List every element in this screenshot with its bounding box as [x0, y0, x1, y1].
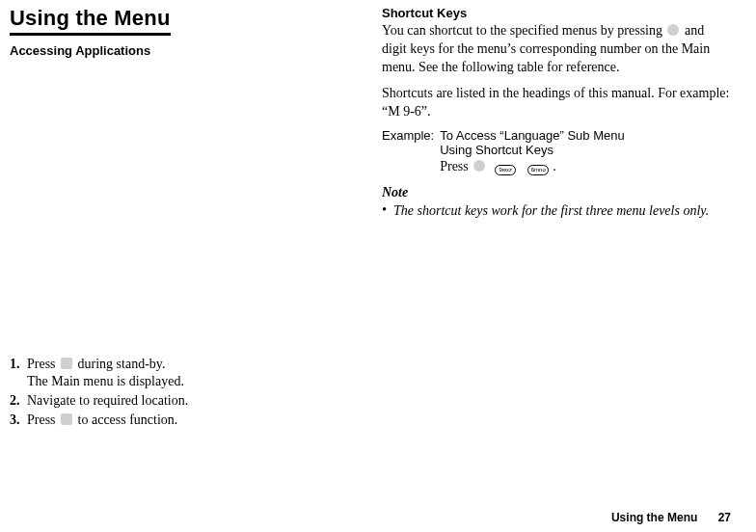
left-column: Using the Menu Accessing Applications 1.…: [10, 6, 359, 490]
note-bullet: •: [382, 202, 393, 221]
shortcut-paragraph-1: You can shortcut to the specified menus …: [382, 22, 731, 77]
manual-page: Using the Menu Accessing Applications 1.…: [0, 0, 756, 532]
note-heading: Note: [382, 185, 731, 200]
center-key-icon: [473, 160, 485, 172]
para1a: You can shortcut to the specified menus …: [382, 23, 665, 38]
center-key-icon: [61, 358, 72, 369]
footer-section: Using the Menu: [611, 511, 697, 524]
press-prefix: Press: [440, 159, 472, 173]
example-body: To Access “Language” Sub Menu Using Shor…: [440, 128, 625, 175]
example-press-line: Press 9wxz6mno.: [440, 159, 625, 175]
two-column-layout: Using the Menu Accessing Applications 1.…: [10, 6, 731, 490]
illustration-placeholder: [10, 58, 359, 357]
step-2: 2. Navigate to required location.: [10, 393, 359, 409]
page-title: Using the Menu: [10, 6, 171, 36]
center-key-icon: [667, 24, 679, 36]
step-number: 3.: [10, 412, 20, 428]
step-number: 1.: [10, 357, 20, 372]
example-block: Example: To Access “Language” Sub Menu U…: [382, 128, 731, 175]
shortcut-heading: Shortcut Keys: [382, 6, 731, 20]
step-3: 3. Press to access function.: [10, 412, 359, 428]
center-key-icon: [61, 413, 72, 425]
example-label: Example:: [382, 128, 440, 175]
step-1: 1. Press during stand-by. The Main menu …: [10, 357, 359, 389]
example-line-2: Using Shortcut Keys: [440, 143, 625, 157]
shortcut-paragraph-2: Shortcuts are listed in the headings of …: [382, 85, 731, 121]
digit-key-6-icon: 6mno: [527, 165, 549, 175]
page-subtitle: Accessing Applications: [10, 43, 359, 58]
step-number: 2.: [10, 393, 20, 409]
step-subtext: The Main menu is displayed.: [27, 374, 359, 389]
right-column: Shortcut Keys You can shortcut to the sp…: [382, 6, 731, 490]
step-text: Navigate to required location.: [27, 393, 188, 408]
press-suffix: .: [553, 159, 556, 173]
step-text-suffix: during stand-by.: [74, 357, 165, 371]
digit-key-9-icon: 9wxz: [495, 165, 516, 175]
page-footer: Using the Menu 27: [611, 511, 731, 524]
step-text-prefix: Press: [27, 357, 59, 371]
example-line-1: To Access “Language” Sub Menu: [440, 128, 625, 143]
note-text: The shortcut keys work for the first thr…: [393, 202, 731, 221]
step-text-prefix: Press: [27, 412, 59, 427]
step-text-suffix: to access function.: [74, 412, 177, 427]
steps-list: 1. Press during stand-by. The Main menu …: [10, 357, 359, 428]
note-body: • The shortcut keys work for the first t…: [382, 202, 731, 221]
footer-page-number: 27: [718, 511, 731, 524]
